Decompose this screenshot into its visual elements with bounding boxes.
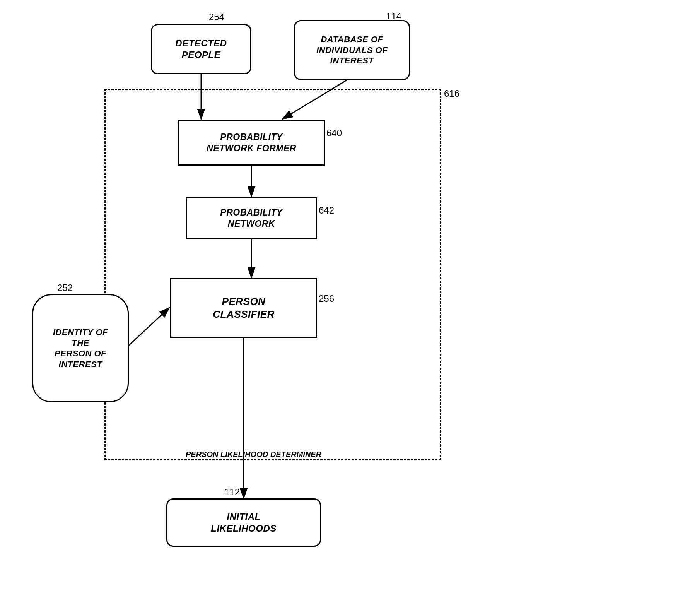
prob-network-node: PROBABILITYNETWORK — [186, 197, 317, 239]
database-node: DATABASE OFINDIVIDUALS OFINTEREST — [294, 20, 410, 80]
ref-252: 252 — [57, 282, 73, 293]
prob-network-label: PROBABILITYNETWORK — [220, 207, 282, 229]
person-classifier-label: PERSONCLASSIFIER — [213, 295, 275, 320]
prob-network-former-node: PROBABILITYNETWORK FORMER — [178, 120, 325, 166]
person-likelihood-label: PERSON LIKELIHOOD DETERMINER — [186, 450, 321, 459]
diagram-container: 616 DETECTEDPEOPLE 254 DATABASE OFINDIVI… — [0, 0, 678, 616]
identity-label: IDENTITY OFTHEPERSON OFINTEREST — [53, 327, 108, 370]
initial-likelihoods-label: INITIALLIKELIHOODS — [211, 511, 277, 534]
ref-256: 256 — [319, 293, 334, 304]
prob-network-former-label: PROBABILITYNETWORK FORMER — [207, 132, 296, 154]
ref-642: 642 — [319, 205, 334, 216]
ref-254: 254 — [209, 12, 224, 22]
detected-people-node: DETECTEDPEOPLE — [151, 24, 251, 74]
identity-node: IDENTITY OFTHEPERSON OFINTEREST — [32, 294, 129, 402]
person-classifier-node: PERSONCLASSIFIER — [170, 278, 317, 338]
database-label: DATABASE OFINDIVIDUALS OFINTEREST — [316, 34, 388, 66]
initial-likelihoods-node: INITIALLIKELIHOODS — [166, 498, 321, 547]
ref-114: 114 — [386, 11, 401, 22]
ref-616: 616 — [444, 88, 459, 99]
detected-people-label: DETECTEDPEOPLE — [175, 38, 227, 61]
ref-640: 640 — [326, 128, 342, 139]
ref-112: 112 — [224, 487, 240, 498]
